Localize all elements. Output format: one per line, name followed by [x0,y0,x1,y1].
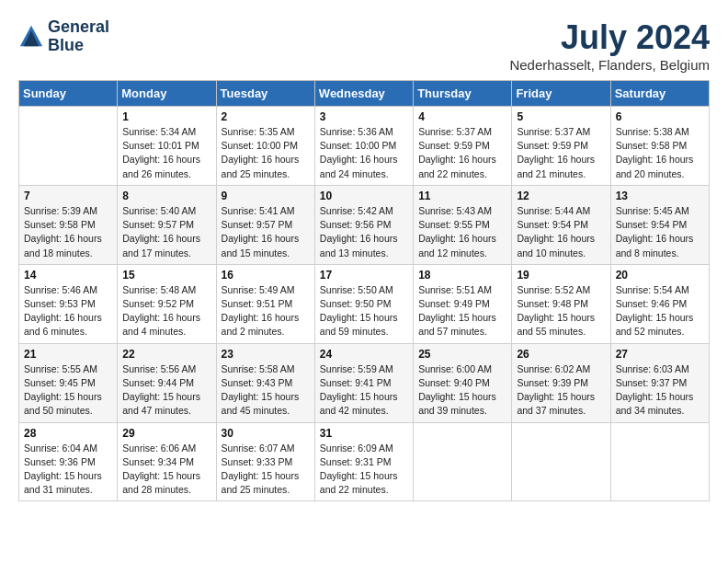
day-number: 11 [418,190,506,202]
calendar-cell [19,107,118,186]
day-info: Sunrise: 5:40 AM Sunset: 9:57 PM Dayligh… [122,204,210,260]
month-title: July 2024 [509,18,710,57]
day-info: Sunrise: 6:00 AM Sunset: 9:40 PM Dayligh… [418,362,506,419]
day-info: Sunrise: 5:39 AM Sunset: 9:58 PM Dayligh… [24,204,112,260]
day-number: 16 [222,269,310,282]
calendar-cell: 25Sunrise: 6:00 AM Sunset: 9:40 PM Dayli… [414,343,512,422]
day-info: Sunrise: 5:52 AM Sunset: 9:48 PM Dayligh… [517,283,605,339]
calendar-cell: 17Sunrise: 5:50 AM Sunset: 9:50 PM Dayli… [314,264,413,343]
calendar-cell: 27Sunrise: 6:03 AM Sunset: 9:37 PM Dayli… [610,343,709,422]
day-number: 27 [616,348,704,361]
calendar-cell: 31Sunrise: 6:09 AM Sunset: 9:31 PM Dayli… [314,422,413,501]
day-number: 10 [320,190,408,202]
day-number: 29 [122,427,210,440]
calendar-cell: 6Sunrise: 5:38 AM Sunset: 9:58 PM Daylig… [610,107,709,186]
day-number: 22 [122,348,210,361]
day-number: 7 [24,190,112,202]
calendar-cell: 19Sunrise: 5:52 AM Sunset: 9:48 PM Dayli… [512,264,610,343]
calendar-cell: 1Sunrise: 5:34 AM Sunset: 10:01 PM Dayli… [118,107,216,186]
day-info: Sunrise: 5:36 AM Sunset: 10:00 PM Daylig… [320,125,408,181]
day-info: Sunrise: 5:58 AM Sunset: 9:43 PM Dayligh… [222,362,310,419]
day-info: Sunrise: 5:37 AM Sunset: 9:59 PM Dayligh… [517,125,605,181]
day-number: 14 [24,269,112,282]
day-info: Sunrise: 5:54 AM Sunset: 9:46 PM Dayligh… [616,283,704,339]
calendar-week-row: 7Sunrise: 5:39 AM Sunset: 9:58 PM Daylig… [19,185,710,264]
day-info: Sunrise: 5:38 AM Sunset: 9:58 PM Dayligh… [616,125,704,181]
day-number: 4 [418,110,506,123]
calendar-cell: 21Sunrise: 5:55 AM Sunset: 9:45 PM Dayli… [19,343,118,422]
day-info: Sunrise: 6:04 AM Sunset: 9:36 PM Dayligh… [24,442,112,498]
calendar-cell [610,422,709,501]
day-info: Sunrise: 5:51 AM Sunset: 9:49 PM Dayligh… [418,283,506,339]
day-info: Sunrise: 6:02 AM Sunset: 9:39 PM Dayligh… [517,362,605,419]
day-number: 17 [320,269,408,282]
calendar-cell: 20Sunrise: 5:54 AM Sunset: 9:46 PM Dayli… [610,264,709,343]
calendar-cell: 8Sunrise: 5:40 AM Sunset: 9:57 PM Daylig… [118,185,216,264]
day-info: Sunrise: 5:43 AM Sunset: 9:55 PM Dayligh… [418,204,506,260]
day-info: Sunrise: 5:44 AM Sunset: 9:54 PM Dayligh… [517,204,605,260]
day-number: 9 [222,190,310,202]
day-number: 31 [320,427,408,440]
day-number: 2 [222,110,310,123]
calendar-cell: 3Sunrise: 5:36 AM Sunset: 10:00 PM Dayli… [314,107,413,186]
calendar-cell: 2Sunrise: 5:35 AM Sunset: 10:00 PM Dayli… [216,107,314,186]
weekday-header: Tuesday [216,81,314,107]
day-info: Sunrise: 5:59 AM Sunset: 9:41 PM Dayligh… [320,362,408,419]
weekday-header: Thursday [414,81,512,107]
day-number: 21 [24,348,112,361]
calendar-cell: 22Sunrise: 5:56 AM Sunset: 9:44 PM Dayli… [118,343,216,422]
day-number: 19 [517,269,605,282]
day-info: Sunrise: 5:46 AM Sunset: 9:53 PM Dayligh… [24,283,112,339]
weekday-header: Friday [512,81,610,107]
calendar-week-row: 21Sunrise: 5:55 AM Sunset: 9:45 PM Dayli… [19,343,710,422]
calendar-cell: 10Sunrise: 5:42 AM Sunset: 9:56 PM Dayli… [314,185,413,264]
logo-text: General Blue [48,18,109,55]
calendar-cell: 12Sunrise: 5:44 AM Sunset: 9:54 PM Dayli… [512,185,610,264]
calendar-cell: 26Sunrise: 6:02 AM Sunset: 9:39 PM Dayli… [512,343,610,422]
calendar-cell: 28Sunrise: 6:04 AM Sunset: 9:36 PM Dayli… [19,422,118,501]
calendar-cell: 24Sunrise: 5:59 AM Sunset: 9:41 PM Dayli… [314,343,413,422]
weekday-header: Sunday [19,81,118,107]
day-info: Sunrise: 5:34 AM Sunset: 10:01 PM Daylig… [122,125,210,181]
day-number: 25 [418,348,506,361]
calendar-table: SundayMondayTuesdayWednesdayThursdayFrid… [18,80,710,501]
calendar-week-row: 14Sunrise: 5:46 AM Sunset: 9:53 PM Dayli… [19,264,710,343]
calendar-cell: 29Sunrise: 6:06 AM Sunset: 9:34 PM Dayli… [118,422,216,501]
page-header: General Blue July 2024 Nederhasselt, Fla… [18,18,710,73]
calendar-cell: 9Sunrise: 5:41 AM Sunset: 9:57 PM Daylig… [216,185,314,264]
day-info: Sunrise: 5:37 AM Sunset: 9:59 PM Dayligh… [418,125,506,181]
day-number: 3 [320,110,408,123]
day-info: Sunrise: 5:45 AM Sunset: 9:54 PM Dayligh… [616,204,704,260]
day-number: 26 [517,348,605,361]
day-info: Sunrise: 6:03 AM Sunset: 9:37 PM Dayligh… [616,362,704,419]
calendar-cell: 4Sunrise: 5:37 AM Sunset: 9:59 PM Daylig… [414,107,512,186]
day-info: Sunrise: 5:49 AM Sunset: 9:51 PM Dayligh… [222,283,310,339]
day-info: Sunrise: 5:55 AM Sunset: 9:45 PM Dayligh… [24,362,112,419]
location: Nederhasselt, Flanders, Belgium [509,57,710,73]
calendar-cell [414,422,512,501]
day-number: 13 [616,190,704,202]
calendar-cell: 14Sunrise: 5:46 AM Sunset: 9:53 PM Dayli… [19,264,118,343]
day-info: Sunrise: 5:50 AM Sunset: 9:50 PM Dayligh… [320,283,408,339]
calendar-cell: 16Sunrise: 5:49 AM Sunset: 9:51 PM Dayli… [216,264,314,343]
day-number: 30 [222,427,310,440]
weekday-header: Saturday [610,81,709,107]
calendar-cell: 23Sunrise: 5:58 AM Sunset: 9:43 PM Dayli… [216,343,314,422]
day-number: 12 [517,190,605,202]
day-number: 5 [517,110,605,123]
day-number: 28 [24,427,112,440]
weekday-header: Monday [118,81,216,107]
weekday-header: Wednesday [314,81,413,107]
calendar-cell: 7Sunrise: 5:39 AM Sunset: 9:58 PM Daylig… [19,185,118,264]
day-number: 8 [122,190,210,202]
day-info: Sunrise: 6:09 AM Sunset: 9:31 PM Dayligh… [320,442,408,498]
calendar-cell: 15Sunrise: 5:48 AM Sunset: 9:52 PM Dayli… [118,264,216,343]
day-info: Sunrise: 6:07 AM Sunset: 9:33 PM Dayligh… [222,442,310,498]
day-number: 23 [222,348,310,361]
day-info: Sunrise: 5:48 AM Sunset: 9:52 PM Dayligh… [122,283,210,339]
day-info: Sunrise: 5:56 AM Sunset: 9:44 PM Dayligh… [122,362,210,419]
calendar-cell: 30Sunrise: 6:07 AM Sunset: 9:33 PM Dayli… [216,422,314,501]
logo: General Blue [18,18,109,55]
day-info: Sunrise: 5:41 AM Sunset: 9:57 PM Dayligh… [222,204,310,260]
day-number: 15 [122,269,210,282]
